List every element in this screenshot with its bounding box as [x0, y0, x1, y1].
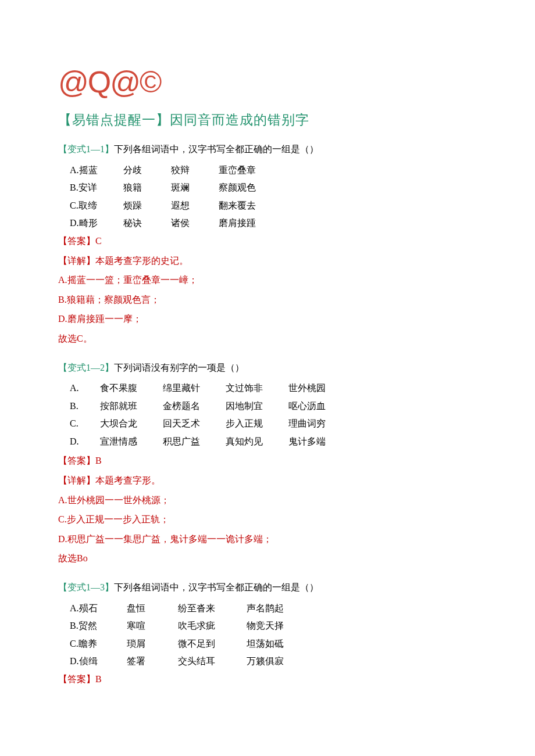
q3-opt-b: B.贸然 寒喧 吹毛求疵 物竞天择 [58, 618, 477, 633]
q3-options: A.殒石 盘恒 纷至沓来 声名鹊起 B.贸然 寒喧 吹毛求疵 物竞天择 C.瞻养… [58, 601, 477, 669]
detail-text: 本题考查字形。 [95, 475, 160, 485]
answer-label: 【答案】 [58, 456, 95, 465]
answer-value: B [95, 674, 102, 684]
q2-options: A. 食不果腹 绵里藏针 文过饰非 世外桃园 B. 按部就班 金榜题名 因地制宜… [58, 381, 477, 449]
q2-opt-c: C. 大坝合龙 回天乏术 步入正规 理曲词穷 [58, 416, 477, 431]
q1-opt-b: B.安详 狼籍 斑斓 察颜观色 [58, 180, 477, 195]
answer-value: C [95, 236, 102, 246]
q2-expl-a: A.世外桃园一一世外桃源； [58, 493, 477, 508]
q3-stem: 【变式1—3】下列各组词语中，汉字书写全都正确的一组是（） [58, 580, 477, 595]
q3-answer: 【答案】B [58, 672, 477, 687]
q1-opt-d: D.畸形 秘诀 诸侯 磨肩接踵 [58, 216, 477, 231]
detail-text: 本题考查字形的史记。 [95, 256, 188, 266]
logo: @Q@© [58, 58, 477, 106]
q1-conclude: 故选C。 [58, 331, 477, 346]
q2-expl-c: C.步入正规一一步入正轨； [58, 512, 477, 527]
detail-label: 【详解】 [58, 475, 95, 485]
q1-stem-text: 下列各组词语中，汉字书写全都正确的一组是（） [114, 144, 319, 154]
q2-stem: 【变式1—2】下列词语没有别字的一项是（） [58, 360, 477, 375]
q1-options: A.摇蓝 分歧 狡辩 重峦叠章 B.安详 狼籍 斑斓 察颜观色 C.取缔 烦躁 … [58, 163, 477, 231]
q2-label: 【变式1—2】 [58, 363, 114, 372]
q1-stem: 【变式1—1】下列各组词语中，汉字书写全都正确的一组是（） [58, 142, 477, 157]
q2-stem-text: 下列词语没有别字的一项是（） [114, 363, 244, 372]
q3-opt-d: D.侦缉 签署 交头结耳 万籁俱寂 [58, 654, 477, 669]
q1-opt-a: A.摇蓝 分歧 狡辩 重峦叠章 [58, 163, 477, 178]
answer-value: B [95, 456, 102, 465]
q2-opt-d: D. 宣泄情感 积思广益 真知灼见 鬼计多端 [58, 434, 477, 449]
q3-opt-a: A.殒石 盘恒 纷至沓来 声名鹊起 [58, 601, 477, 616]
q2-detail: 【详解】本题考查字形。 [58, 473, 477, 488]
q1-detail: 【详解】本题考查字形的史记。 [58, 253, 477, 268]
detail-label: 【详解】 [58, 256, 95, 266]
q2-opt-b: B. 按部就班 金榜题名 因地制宜 呕心沥血 [58, 399, 477, 414]
answer-label: 【答案】 [58, 236, 95, 246]
q1-answer: 【答案】C [58, 234, 477, 249]
q2-answer: 【答案】B [58, 453, 477, 468]
q1-expl-a: A.摇蓝一一篮；重峦叠章一一嶂； [58, 273, 477, 288]
q3-stem-text: 下列各组词语中，汉字书写全都正确的一组是（） [114, 582, 319, 592]
q3-label: 【变式1—3】 [58, 582, 114, 592]
section-heading: 【易错点提醒一】因同音而造成的错别字 [58, 110, 477, 131]
q1-expl-b: B.狼籍藉；察颜观色言； [58, 292, 477, 307]
q1-expl-d: D.磨肩接踵一一摩； [58, 311, 477, 327]
q1-opt-c: C.取缔 烦躁 遐想 翻来覆去 [58, 198, 477, 213]
answer-label: 【答案】 [58, 674, 95, 684]
q2-expl-d: D.积思广益一一集思广益，鬼计多端一一诡计多端； [58, 532, 477, 547]
q2-conclude: 故选Bo [58, 551, 477, 566]
document-page: @Q@© 【易错点提醒一】因同音而造成的错别字 【变式1—1】下列各组词语中，汉… [0, 0, 535, 756]
q1-label: 【变式1—1】 [58, 144, 114, 154]
q3-opt-c: C.瞻养 琐屑 微不足到 坦荡如砥 [58, 636, 477, 651]
q2-opt-a: A. 食不果腹 绵里藏针 文过饰非 世外桃园 [58, 381, 477, 396]
